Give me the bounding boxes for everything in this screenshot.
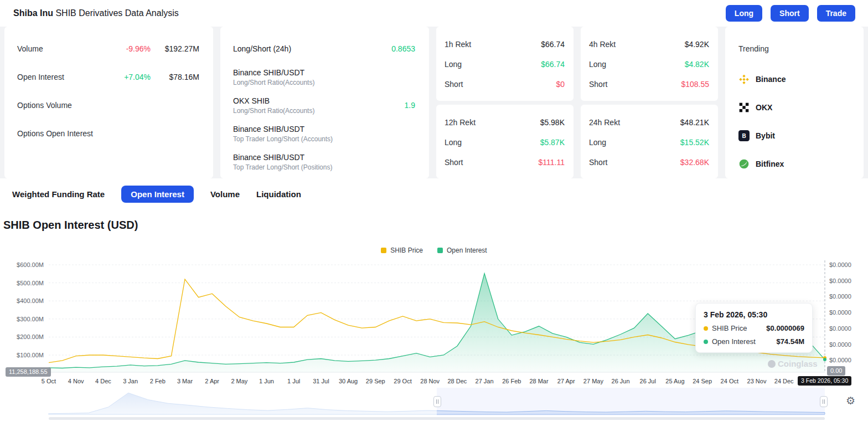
trade-button[interactable]: Trade xyxy=(817,5,855,22)
svg-text:24 Dec: 24 Dec xyxy=(774,378,794,384)
svg-text:25 Aug: 25 Aug xyxy=(665,378,684,384)
shib-derivatives-page: Shiba Inu SHIB Derivatives Data Analysis… xyxy=(0,0,868,421)
svg-text:1 Jul: 1 Jul xyxy=(287,378,300,384)
stat-label: Open Interest xyxy=(17,73,64,81)
rekt-period: 12h Rekt xyxy=(445,118,476,127)
stat-label: Volume xyxy=(17,44,43,53)
oi-dot-icon xyxy=(704,340,708,344)
ratio-row-top-trader-positions[interactable]: Binance SHIB/USDT Top Trader Long/Short … xyxy=(233,150,415,174)
rekt-total: $66.74 xyxy=(541,40,565,49)
svg-text:$0.0000: $0.0000 xyxy=(829,341,851,348)
x-axis-hover-date-badge: 3 Feb 2026, 05:30 xyxy=(798,376,851,386)
svg-text:31 Jul: 31 Jul xyxy=(313,378,329,384)
ratio-subtitle: Top Trader Long/Short (Accounts) xyxy=(233,135,333,143)
stat-value: $192.27M xyxy=(151,44,199,53)
svg-text:3 Mar: 3 Mar xyxy=(177,378,193,384)
watermark-text: Coinglass xyxy=(778,359,818,368)
ratio-row-okx-accounts[interactable]: OKX SHIB Long/Short Ratio(Accounts) 1.9 xyxy=(233,93,415,117)
exchange-name: OKX xyxy=(756,103,772,112)
svg-text:$0.0000: $0.0000 xyxy=(829,278,851,284)
svg-text:$0.0000: $0.0000 xyxy=(829,293,851,300)
bybit-icon: B xyxy=(738,130,750,141)
long-button[interactable]: Long xyxy=(726,5,762,22)
binance-icon xyxy=(738,74,750,85)
rekt-card-4h: 4h Rekt$4.92K Long$4.82K Short$108.55 xyxy=(581,27,718,101)
svg-text:24 Sep: 24 Sep xyxy=(693,378,712,384)
chart-legend: SHIB Price Open Interest xyxy=(0,247,868,254)
svg-text:28 Mar: 28 Mar xyxy=(529,378,549,384)
svg-text:26 Jul: 26 Jul xyxy=(640,378,656,384)
rekt-period: 4h Rekt xyxy=(589,40,616,49)
header-actions: Long Short Trade xyxy=(726,5,855,22)
ratio-title: Long/Short (24h) xyxy=(233,44,291,53)
ratio-value: 1.9 xyxy=(405,101,415,110)
tab-weighted-funding-rate[interactable]: Weighted Funding Rate xyxy=(12,186,105,203)
legend-open-interest[interactable]: Open Interest xyxy=(437,247,487,254)
market-stats-card: Volume -9.96% $192.27M Open Interest +7.… xyxy=(4,27,213,178)
ratio-row-24h[interactable]: Long/Short (24h) 0.8653 xyxy=(233,37,415,61)
gear-icon[interactable]: ⚙ xyxy=(846,394,855,407)
navigator-right-handle[interactable] xyxy=(820,396,828,407)
ratio-title: Binance SHIB/USDT xyxy=(233,153,332,162)
svg-text:$500.00M: $500.00M xyxy=(17,280,44,286)
svg-text:29 Oct: 29 Oct xyxy=(394,378,411,384)
stat-row-open-interest: Open Interest +7.04% $78.16M xyxy=(17,65,199,89)
left-axis-current-badge: 11,258,188.55 xyxy=(6,367,51,377)
horizontal-scrollbar[interactable] xyxy=(49,417,825,420)
svg-text:23 Nov: 23 Nov xyxy=(747,378,767,384)
svg-text:1 Jun: 1 Jun xyxy=(259,378,274,384)
svg-text:$400.00M: $400.00M xyxy=(17,297,44,304)
page-header: Shiba Inu SHIB Derivatives Data Analysis… xyxy=(0,0,868,27)
navigator-left-handle[interactable] xyxy=(433,396,441,407)
svg-text:2 May: 2 May xyxy=(231,378,247,384)
trending-title: Trending xyxy=(738,37,850,61)
tab-volume[interactable]: Volume xyxy=(210,186,240,203)
svg-text:28 Dec: 28 Dec xyxy=(447,378,467,384)
svg-text:$100.00M: $100.00M xyxy=(17,352,44,358)
rekt-card-12h: 12h Rekt$5.98K Long$5.87K Short$111.11 xyxy=(436,105,574,179)
svg-text:3 Jan: 3 Jan xyxy=(123,378,138,384)
tab-open-interest[interactable]: Open Interest xyxy=(121,186,194,203)
rekt-short-label: Short xyxy=(445,80,463,89)
trending-item-okx[interactable]: OKX xyxy=(738,93,850,121)
watermark-logo-icon xyxy=(768,360,776,368)
ratio-row-binance-accounts[interactable]: Binance SHIB/USDT Long/Short Ratio(Accou… xyxy=(233,65,415,89)
trending-card: Trending Binance OKX B Bybit xyxy=(725,27,864,178)
coin-name: Shiba Inu xyxy=(13,8,53,18)
svg-text:29 Sep: 29 Sep xyxy=(366,378,385,384)
svg-text:28 Nov: 28 Nov xyxy=(420,378,440,384)
short-button[interactable]: Short xyxy=(771,5,809,22)
stat-row-options-volume: Options Volume xyxy=(17,93,199,117)
rekt-short-value: $108.55 xyxy=(681,80,709,89)
ratio-row-top-trader-accounts[interactable]: Binance SHIB/USDT Top Trader Long/Short … xyxy=(233,121,415,146)
long-short-ratios-card: Long/Short (24h) 0.8653 Binance SHIB/USD… xyxy=(220,27,429,178)
legend-shib-price[interactable]: SHIB Price xyxy=(381,247,423,254)
stat-change: -9.96% xyxy=(126,44,151,53)
svg-text:$0.0000: $0.0000 xyxy=(829,325,851,332)
trending-item-binance[interactable]: Binance xyxy=(738,65,850,93)
exchange-name: Bitfinex xyxy=(756,160,784,168)
rekt-period: 24h Rekt xyxy=(589,118,620,127)
rekt-period: 1h Rekt xyxy=(445,40,471,49)
tooltip-value: $74.54M xyxy=(776,337,804,346)
svg-text:5 Oct: 5 Oct xyxy=(42,378,56,384)
svg-text:4 Nov: 4 Nov xyxy=(68,378,84,384)
rekt-column-2: 4h Rekt$4.92K Long$4.82K Short$108.55 24… xyxy=(581,27,718,178)
svg-text:B: B xyxy=(742,132,746,138)
stat-change: +7.04% xyxy=(124,73,151,81)
ratio-subtitle: Top Trader Long/Short (Positions) xyxy=(233,163,332,171)
tooltip-label: SHIB Price xyxy=(712,324,747,332)
stat-row-options-open-interest: Options Open Interest xyxy=(17,121,199,146)
tab-liquidation[interactable]: Liquidation xyxy=(256,186,301,203)
trending-item-bybit[interactable]: B Bybit xyxy=(738,121,850,150)
exchange-name: Binance xyxy=(756,75,786,84)
svg-text:2 Apr: 2 Apr xyxy=(205,378,219,384)
trending-item-bitfinex[interactable]: Bitfinex xyxy=(738,150,850,178)
ratio-value: 0.8653 xyxy=(391,44,415,53)
rekt-card-24h: 24h Rekt$48.21K Long$15.52K Short$32.68K xyxy=(581,105,718,179)
rekt-long-value: $15.52K xyxy=(680,138,709,147)
page-title: Shiba Inu SHIB Derivatives Data Analysis xyxy=(13,8,179,18)
rekt-long-label: Long xyxy=(589,60,606,69)
svg-text:26 Jun: 26 Jun xyxy=(612,378,630,384)
tooltip-row-oi: Open Interest $74.54M xyxy=(704,337,804,346)
